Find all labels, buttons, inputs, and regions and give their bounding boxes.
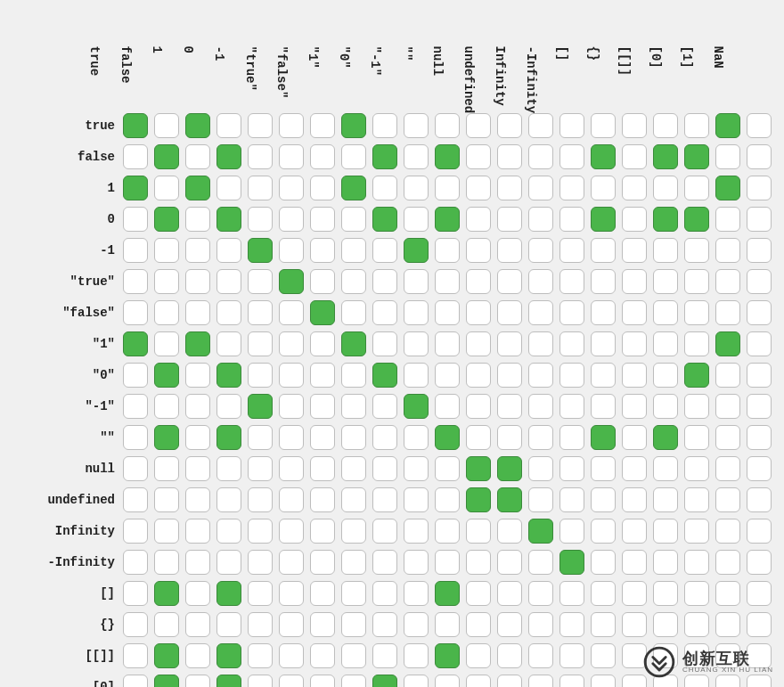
cell-false: [435, 176, 460, 200]
matrix-cell: [123, 642, 151, 670]
matrix-cell: [622, 454, 650, 483]
matrix-cell: [216, 267, 245, 296]
matrix-cell: [310, 423, 339, 452]
matrix-cell: [559, 486, 588, 514]
cell-false: [248, 207, 273, 232]
matrix-cell: [310, 330, 339, 358]
matrix-cell: [279, 299, 307, 327]
matrix-row: undefined: [20, 486, 775, 514]
matrix-cell: [653, 517, 682, 545]
cell-false: [310, 675, 335, 687]
matrix-row: {}: [20, 610, 775, 639]
cell-true: [591, 144, 616, 169]
cell-false: [559, 581, 584, 606]
matrix-cell: [622, 205, 650, 233]
matrix-cell: [404, 392, 432, 421]
matrix-cell: [123, 392, 151, 421]
matrix-cell: [466, 174, 494, 202]
matrix-cell: [341, 454, 370, 483]
matrix-cell: [185, 299, 214, 327]
matrix-cell: [154, 174, 183, 202]
cell-false: [404, 207, 429, 232]
cell-false: [653, 300, 678, 325]
cell-false: [747, 300, 772, 325]
cell-false: [372, 113, 397, 138]
column-header: NaN: [747, 20, 775, 109]
cell-false: [372, 269, 397, 294]
matrix-cell: [591, 548, 619, 577]
cell-false: [435, 612, 460, 637]
matrix-cell: [404, 330, 432, 358]
cell-false: [435, 519, 460, 544]
cell-true: [435, 207, 460, 232]
matrix-cell: [341, 143, 370, 171]
matrix-cell: [248, 454, 276, 483]
matrix-cell: [747, 299, 775, 327]
cell-false: [279, 238, 304, 263]
cell-false: [591, 581, 616, 606]
matrix-cell: [341, 642, 370, 670]
cell-false: [123, 643, 148, 668]
column-header-label: NaN: [712, 46, 724, 69]
matrix-cell: [216, 548, 245, 577]
cell-false: [559, 487, 584, 512]
cell-false: [747, 269, 772, 294]
matrix-cell: [154, 548, 183, 577]
matrix-cell: [216, 423, 245, 452]
watermark: 创新互联 CHUANG XIN HU LIAN: [643, 646, 773, 678]
matrix-cell: [715, 174, 744, 202]
cell-false: [559, 269, 584, 294]
cell-false: [466, 581, 491, 606]
cell-false: [279, 363, 304, 388]
matrix-cell: [216, 610, 245, 639]
matrix-cell: [248, 143, 276, 171]
matrix-cell: [279, 205, 307, 233]
cell-false: [528, 269, 553, 294]
cell-true: [591, 425, 616, 450]
cell-false: [497, 331, 522, 356]
cell-false: [435, 675, 460, 687]
cell-false: [279, 643, 304, 668]
cell-false: [653, 394, 678, 419]
matrix-cell: [622, 299, 650, 327]
cell-false: [497, 550, 522, 575]
matrix-cell: [154, 143, 183, 171]
matrix-cell: [466, 392, 494, 421]
cell-false: [466, 394, 491, 419]
matrix-cell: [747, 361, 775, 389]
matrix-cell: [684, 423, 713, 452]
cell-false: [372, 643, 397, 668]
matrix-cell: [466, 548, 494, 577]
cell-false: [435, 113, 460, 138]
row-header: "1": [20, 330, 120, 358]
cell-false: [497, 581, 522, 606]
cell-false: [404, 643, 429, 668]
cell-false: [466, 176, 491, 200]
cell-false: [622, 363, 647, 388]
cell-true: [154, 675, 179, 687]
cell-false: [310, 550, 335, 575]
matrix-cell: [528, 454, 557, 483]
column-header-label: false: [119, 46, 132, 84]
cell-true: [154, 207, 179, 232]
matrix-cell: [216, 517, 245, 545]
matrix-cell: [435, 267, 463, 296]
cell-false: [372, 612, 397, 637]
cell-true: [435, 581, 460, 606]
matrix-cell: [497, 579, 526, 608]
matrix-cell: [435, 610, 463, 639]
cell-false: [248, 425, 273, 450]
cell-false: [341, 519, 366, 544]
cell-false: [747, 176, 772, 200]
matrix-cell: [591, 486, 619, 514]
cell-false: [653, 456, 678, 481]
cell-false: [715, 363, 740, 388]
matrix-cell: [466, 610, 494, 639]
matrix-cell: [216, 174, 245, 202]
matrix-row: true: [20, 111, 775, 140]
matrix-cell: [715, 236, 744, 265]
cell-false: [715, 269, 740, 294]
matrix-cell: [279, 392, 307, 421]
matrix-cell: [216, 299, 245, 327]
matrix-cell: [154, 642, 183, 670]
